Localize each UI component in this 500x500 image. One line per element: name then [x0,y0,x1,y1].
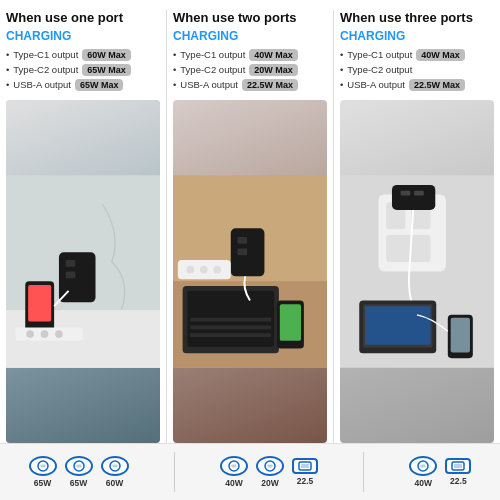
col3-spec1-label: Type-C1 output [347,49,412,60]
svg-rect-17 [190,325,271,329]
port-item-40w-3: 40W [409,456,437,488]
col3-scene [340,100,494,443]
col2-spec1: • Type-C1 output 40W Max [173,49,327,61]
port-item-60w-a: 60W [101,456,129,488]
svg-rect-44 [76,465,81,468]
col-three-ports: When use three ports CHARGING • Type-C1 … [340,10,494,443]
port-label-65w-c2: 65W [70,478,87,488]
svg-rect-4 [66,271,76,278]
col1-spec1-badge: 60W Max [82,49,131,61]
spec-dot: • [6,64,9,75]
col2-spec1-label: Type-C1 output [180,49,245,60]
svg-rect-6 [28,285,51,322]
col1-spec2-badge: 65W Max [82,64,131,76]
svg-rect-32 [386,235,430,262]
col2-spec1-badge: 40W Max [249,49,298,61]
col1-spec3: • USB-A output 65W Max [6,79,160,91]
usbc-icon-5 [256,456,284,476]
col3-photo [340,100,494,443]
col2-title: When use two ports [173,10,327,27]
svg-rect-42 [40,465,45,468]
bottom-group-1: 65W 65W 60W [29,456,129,488]
col2-spec2: • Type-C2 output 20W Max [173,64,327,76]
svg-rect-38 [365,306,430,345]
port-label-40w-3: 40W [415,478,432,488]
bottom-group-2: 40W 20W 22.5 [220,456,318,488]
svg-rect-48 [231,465,236,468]
port-item-40w: 40W [220,456,248,488]
spec-dot: • [6,49,9,60]
col3-spec2-label: Type-C2 output [347,64,412,75]
col2-charging: CHARGING [173,29,327,43]
svg-point-25 [186,266,194,274]
spec-dot: • [6,79,9,90]
col2-spec2-label: Type-C2 output [180,64,245,75]
bottom-group-3: 40W 22.5 [409,456,471,488]
col2-spec3-badge: 22.5W Max [242,79,298,91]
col3-spec2: • Type-C2 output — [340,64,494,76]
spec-dot: • [340,79,343,90]
svg-point-27 [213,266,221,274]
usbc-icon-1 [29,456,57,476]
col-two-ports: When use two ports CHARGING • Type-C1 ou… [173,10,327,443]
divider-2 [363,452,364,492]
col1-spec3-label: USB-A output [13,79,71,90]
col1-spec3-badge: 65W Max [75,79,124,91]
port-item-22-5w-b: 22.5 [445,458,471,486]
port-item-22-5w-a: 22.5 [292,458,318,486]
svg-point-11 [55,330,63,338]
col3-spec3: • USB-A output 22.5W Max [340,79,494,91]
spec-dot: • [173,64,176,75]
svg-rect-54 [421,465,426,468]
usba-icon-1 [292,458,318,474]
svg-rect-8 [16,327,83,340]
col3-spec1: • Type-C1 output 40W Max [340,49,494,61]
spec-dot: • [340,49,343,60]
col2-spec3-label: USB-A output [180,79,238,90]
svg-rect-18 [190,333,271,337]
col2-scene [173,100,327,443]
col-sep-2 [333,10,334,443]
col1-charging: CHARGING [6,29,160,43]
usbc-icon-2 [65,456,93,476]
col1-photo [6,100,160,443]
col1-spec2-label: Type-C2 output [13,64,78,75]
svg-rect-50 [267,465,272,468]
port-label-40w-1: 40W [225,478,242,488]
col3-title: When use three ports [340,10,494,27]
port-item-65w-c2: 65W [65,456,93,488]
usbc-icon-3 [101,456,129,476]
main-container: When use one port CHARGING • Type-C1 out… [0,0,500,500]
col1-spec2: • Type-C2 output 65W Max [6,64,160,76]
svg-point-10 [41,330,49,338]
port-label-65w-c1: 65W [34,478,51,488]
svg-point-26 [200,266,208,274]
svg-rect-3 [66,260,76,267]
col-sep-1 [166,10,167,443]
port-item-20w: 20W [256,456,284,488]
svg-rect-16 [190,318,271,322]
port-label-20w: 20W [261,478,278,488]
svg-rect-33 [392,185,435,210]
col3-spec3-badge: 22.5W Max [409,79,465,91]
spec-dot: • [340,64,343,75]
col2-spec3: • USB-A output 22.5W Max [173,79,327,91]
col1-spec1: • Type-C1 output 60W Max [6,49,160,61]
svg-rect-40 [451,318,470,353]
svg-rect-20 [237,237,247,244]
svg-rect-23 [280,304,301,341]
bottom-wattage-row: 65W 65W 60W [0,443,500,500]
usba-icon-2 [445,458,471,474]
col1-scene [6,100,160,443]
columns-area: When use one port CHARGING • Type-C1 out… [0,0,500,443]
svg-rect-56 [454,464,462,468]
col1-title: When use one port [6,10,160,27]
port-label-22-5w-1: 22.5 [297,476,314,486]
divider-1 [174,452,175,492]
usbc-icon-6 [409,456,437,476]
col2-photo [173,100,327,443]
svg-rect-46 [112,465,117,468]
col3-charging: CHARGING [340,29,494,43]
col3-spec3-label: USB-A output [347,79,405,90]
col1-spec1-label: Type-C1 output [13,49,78,60]
